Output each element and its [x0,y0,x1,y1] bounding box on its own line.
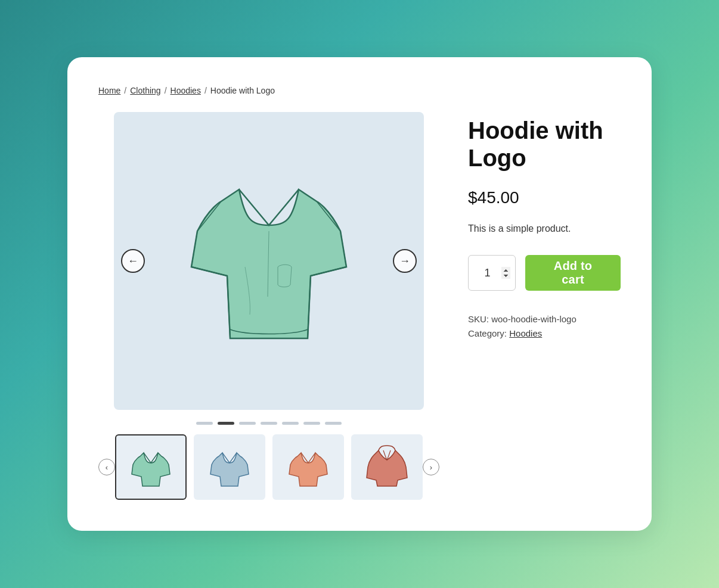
thumbnails-prev-button[interactable]: ‹ [98,459,115,475]
add-to-cart-row: Add to cart [468,255,621,291]
dot-1[interactable] [196,422,213,425]
dot-3[interactable] [239,422,256,425]
category-label: Category: [468,328,507,338]
thumbnails-row: ‹ [98,434,439,500]
dot-6[interactable] [303,422,320,425]
breadcrumb-clothing[interactable]: Clothing [130,86,160,95]
dot-7[interactable] [325,422,342,425]
product-meta: SKU: woo-hoodie-with-logo Category: Hood… [468,312,621,341]
thumbnails-next-button[interactable]: › [423,459,439,475]
breadcrumb-home[interactable]: Home [98,86,120,95]
dot-5[interactable] [282,422,299,425]
dot-2[interactable] [218,422,234,425]
quantity-input[interactable] [468,255,516,291]
next-image-button[interactable]: → [393,249,417,273]
thumbnail-2[interactable] [194,434,265,500]
breadcrumb: Home / Clothing / Hoodies / Hoodie with … [98,86,621,95]
breadcrumb-sep-2: / [165,86,167,95]
product-layout: ← [98,112,621,500]
main-image-container: ← [114,112,424,410]
product-card: Home / Clothing / Hoodies / Hoodie with … [67,57,652,531]
product-title: Hoodie with Logo [468,117,621,172]
thumbnail-4[interactable] [351,434,423,500]
product-info: Hoodie with Logo $45.00 This is a simple… [468,112,621,341]
product-description: This is a simple product. [468,222,621,236]
thumbnail-3[interactable] [272,434,344,500]
chevron-left-icon: ‹ [106,463,108,472]
chevron-right-icon: › [430,463,432,472]
prev-image-button[interactable]: ← [121,249,145,273]
arrow-left-icon: ← [128,255,138,267]
thumbnail-list [115,434,423,500]
image-dots [196,422,342,425]
dot-4[interactable] [261,422,277,425]
image-section: ← [98,112,439,500]
main-product-image [173,148,364,374]
breadcrumb-current: Hoodie with Logo [210,86,275,95]
breadcrumb-sep-3: / [204,86,207,95]
arrow-right-icon: → [399,255,410,267]
product-price: $45.00 [468,188,621,207]
sku-value: woo-hoodie-with-logo [491,314,577,324]
thumbnail-1[interactable] [115,434,187,500]
category-link[interactable]: Hoodies [509,328,542,338]
breadcrumb-sep-1: / [124,86,126,95]
add-to-cart-button[interactable]: Add to cart [525,255,621,291]
breadcrumb-hoodies[interactable]: Hoodies [171,86,201,95]
sku-label: SKU: [468,314,491,324]
